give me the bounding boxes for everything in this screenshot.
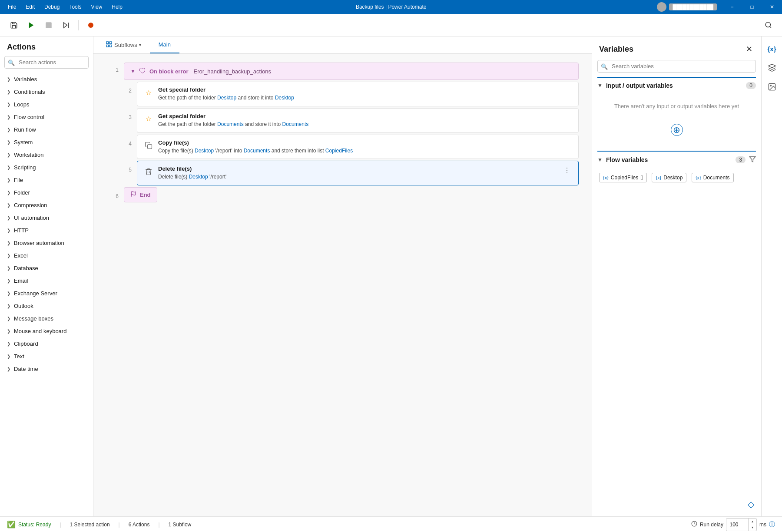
chevron-icon: ❯ [7, 152, 10, 157]
sidebar-item-message-boxes[interactable]: ❯ Message boxes [0, 312, 93, 325]
sidebar-item-folder[interactable]: ❯ Folder [0, 186, 93, 199]
sidebar-item-excel[interactable]: ❯ Excel [0, 249, 93, 262]
tab-main[interactable]: Main [150, 36, 179, 53]
collapse-icon[interactable]: ▼ [130, 68, 136, 74]
sidebar-item-http[interactable]: ❯ HTTP [0, 224, 93, 237]
var-chip-copiedfiles[interactable]: {x} CopiedFiles [] [599, 173, 647, 182]
sidebar-item-scripting[interactable]: ❯ Scripting [0, 161, 93, 174]
chevron-icon: ❯ [7, 329, 10, 334]
flow-vars-filter-icon[interactable] [749, 156, 756, 164]
variables-search-icon: 🔍 [601, 63, 608, 69]
block-error-card[interactable]: ▼ 🛡 On block error Eror_handling_backup_… [124, 63, 579, 80]
canvas-search-button[interactable] [761, 18, 775, 32]
input-output-section-header[interactable]: ▼ Input / output variables 0 [597, 78, 756, 93]
sidebar-item-clipboard[interactable]: ❯ Clipboard [0, 337, 93, 350]
tab-subflows[interactable]: Subflows ▾ [97, 36, 150, 53]
sidebar-item-ui-automation[interactable]: ❯ UI automation [0, 211, 93, 224]
delete-src-var[interactable]: Desktop [189, 174, 208, 180]
sidebar-item-label: Workstation [14, 152, 43, 158]
step-card-2[interactable]: ☆ Get special folder Get the path of the… [137, 82, 579, 106]
step-card-3-content: Get special folder Get the path of the f… [158, 113, 572, 128]
mini-icon-curly[interactable]: {x} [764, 41, 780, 56]
sidebar-item-loops[interactable]: ❯ Loops [0, 98, 93, 111]
run-delay-decrement[interactable]: ▾ [749, 525, 756, 531]
save-button[interactable] [7, 18, 21, 32]
sidebar-item-database[interactable]: ❯ Database [0, 262, 93, 274]
variables-close-button[interactable]: ✕ [744, 43, 754, 56]
sidebar-item-mouse-keyboard[interactable]: ❯ Mouse and keyboard [0, 325, 93, 337]
chevron-icon: ❯ [7, 367, 10, 371]
step-number-1: 1 [106, 63, 124, 73]
run-delay-increment[interactable]: ▴ [749, 519, 756, 525]
variables-search-input[interactable] [597, 60, 756, 73]
svg-rect-11 [148, 144, 152, 149]
add-variable-button[interactable]: ⊕ [671, 124, 683, 136]
minimize-button[interactable]: − [722, 0, 742, 14]
run-delay-input-group: ▴ ▾ [726, 518, 757, 531]
sidebar-item-label: Conditionals [14, 89, 45, 95]
sidebar-item-outlook[interactable]: ❯ Outlook [0, 300, 93, 312]
sidebar-item-label: Compression [14, 202, 47, 208]
sidebar-item-system[interactable]: ❯ System [0, 136, 93, 149]
close-button[interactable]: ✕ [762, 0, 782, 14]
step-card-5[interactable]: Delete file(s) Delete file(s) Desktop '/… [137, 161, 579, 185]
sidebar-item-datetime[interactable]: ❯ Date time [0, 363, 93, 375]
mini-icon-layers[interactable] [764, 60, 780, 76]
search-actions-input[interactable] [4, 56, 89, 69]
mini-icon-image[interactable] [764, 79, 780, 95]
stop-button[interactable] [42, 18, 56, 32]
copy-desc: Copy the file(s) [158, 148, 195, 154]
variables-bottom: ◇ [592, 187, 761, 517]
sidebar-item-conditionals[interactable]: ❯ Conditionals [0, 86, 93, 98]
input-output-empty: There aren't any input or output variabl… [597, 93, 756, 119]
var-chip-desktop[interactable]: {x} Desktop [652, 173, 686, 182]
step-menu-button[interactable]: ⋮ [562, 165, 572, 175]
step-card-4[interactable]: Copy file(s) Copy the file(s) Desktop '/… [137, 135, 579, 159]
sidebar-item-workstation[interactable]: ❯ Workstation [0, 149, 93, 161]
chevron-icon: ❯ [7, 127, 10, 132]
var-chip-documents[interactable]: {x} Documents [692, 173, 734, 182]
sidebar-item-file[interactable]: ❯ File [0, 174, 93, 186]
body-area: Actions 🔍 ❯ Variables ❯ Conditionals ❯ L… [0, 36, 782, 516]
next-button[interactable] [59, 18, 73, 32]
folder-var-desktop[interactable]: Desktop [217, 95, 236, 101]
var-chips-area: {x} CopiedFiles [] {x} Desktop {x} Docum… [597, 169, 756, 187]
svg-rect-7 [106, 42, 109, 44]
store-var-documents[interactable]: Documents [282, 121, 309, 127]
diamond-icon: ◇ [748, 499, 754, 509]
menu-view[interactable]: View [86, 2, 106, 12]
menu-debug[interactable]: Debug [40, 2, 64, 12]
sidebar-item-label: Run flow [14, 126, 36, 133]
flow-vars-chevron[interactable]: ▼ [597, 157, 603, 163]
sidebar-item-run-flow[interactable]: ❯ Run flow [0, 123, 93, 136]
sidebar-item-variables[interactable]: ❯ Variables [0, 73, 93, 86]
sidebar-item-exchange-server[interactable]: ❯ Exchange Server [0, 287, 93, 300]
store-var-desktop[interactable]: Desktop [275, 95, 294, 101]
sidebar-item-label: Date time [14, 366, 38, 372]
sidebar-item-email[interactable]: ❯ Email [0, 274, 93, 287]
desc-prefix: Get the path of the folder [158, 95, 216, 101]
sidebar-item-flow-control[interactable]: ❯ Flow control [0, 111, 93, 123]
copy-list-var[interactable]: CopiedFiles [325, 148, 353, 154]
copy-src-var[interactable]: Desktop [195, 148, 214, 154]
delete-src-suffix: '/report' [209, 174, 226, 180]
var-chip-icon: {x} [696, 175, 701, 180]
var-chip-name: CopiedFiles [611, 175, 638, 181]
maximize-button[interactable]: □ [742, 0, 762, 14]
info-icon[interactable]: ⓘ [769, 521, 775, 529]
run-delay-input[interactable] [726, 520, 748, 529]
folder-var-documents[interactable]: Documents [217, 121, 244, 127]
sidebar-item-browser-automation[interactable]: ❯ Browser automation [0, 237, 93, 249]
menu-tools[interactable]: Tools [65, 2, 86, 12]
copy-dest-var[interactable]: Documents [244, 148, 270, 154]
actions-sidebar: Actions 🔍 ❯ Variables ❯ Conditionals ❯ L… [0, 36, 93, 516]
sidebar-item-compression[interactable]: ❯ Compression [0, 199, 93, 211]
user-avatar [657, 2, 666, 12]
menu-help[interactable]: Help [107, 2, 127, 12]
record-button[interactable] [84, 18, 98, 32]
menu-file[interactable]: File [3, 2, 20, 12]
run-button[interactable] [24, 18, 38, 32]
step-card-3[interactable]: ☆ Get special folder Get the path of the… [137, 108, 579, 133]
menu-edit[interactable]: Edit [21, 2, 39, 12]
sidebar-item-text[interactable]: ❯ Text [0, 350, 93, 363]
